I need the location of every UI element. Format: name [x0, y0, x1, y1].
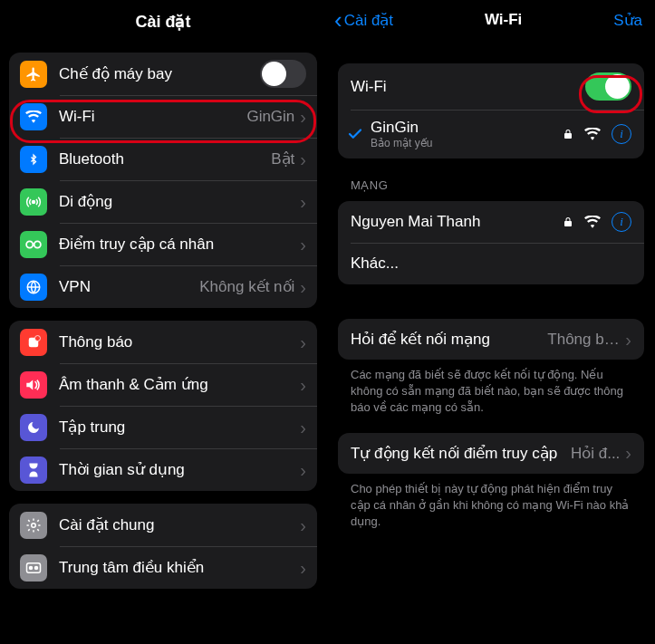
settings-group: Cài đặt chung›Trung tâm điều khiển› — [9, 504, 317, 589]
connected-network-row[interactable]: GinGin Bảo mật yếu i — [338, 110, 644, 159]
connected-network-name: GinGin — [371, 119, 563, 137]
wifi-icon — [584, 128, 601, 140]
row-label: Bluetooth — [59, 150, 271, 168]
wifi-icon — [584, 216, 601, 228]
settings-group: Thông báo›Âm thanh & Cảm ứng›Tập trung›T… — [9, 321, 317, 491]
svg-point-1 — [26, 241, 33, 247]
chevron-right-icon: › — [300, 418, 306, 437]
info-icon[interactable]: i — [612, 212, 631, 232]
other-network-row[interactable]: Khác... — [338, 243, 644, 284]
connected-network-security: Bảo mật yếu — [371, 137, 563, 149]
svg-point-8 — [30, 566, 33, 569]
ask-footer: Các mạng đã biết sẽ được kết nối tự động… — [351, 367, 631, 417]
chevron-right-icon: › — [300, 559, 306, 577]
chevron-right-icon: › — [300, 108, 306, 126]
wifi-icon — [20, 103, 47, 130]
row-label: Trung tâm điều khiển — [59, 558, 300, 577]
auto-value: Hỏi đ... — [571, 444, 620, 463]
networks-group: Nguyen Mai Thanh i Khác... — [338, 201, 644, 284]
toggle[interactable] — [260, 60, 306, 88]
lock-icon — [563, 216, 573, 228]
hotspot-icon — [20, 231, 47, 258]
settings-row-screentime[interactable]: Thời gian sử dụng› — [9, 448, 317, 491]
networks-header: MẠNG — [351, 178, 631, 192]
chevron-right-icon: › — [300, 376, 306, 394]
back-label: Cài đặt — [344, 11, 393, 30]
chevron-right-icon: › — [300, 516, 306, 534]
chevron-right-icon: › — [300, 461, 306, 479]
vpn-icon — [20, 274, 47, 301]
settings-row-hotspot[interactable]: Điểm truy cập cá nhân› — [9, 223, 317, 265]
svg-point-0 — [33, 200, 35, 203]
svg-point-5 — [35, 335, 41, 341]
network-row[interactable]: Nguyen Mai Thanh i — [338, 201, 644, 243]
chevron-right-icon: › — [300, 235, 306, 254]
row-label: Di động — [59, 192, 300, 211]
ask-group: Hỏi để kết nối mạng Thông báo › — [338, 319, 644, 360]
settings-row-notifications[interactable]: Thông báo› — [9, 321, 317, 363]
checkmark-icon — [343, 126, 367, 142]
ask-value: Thông báo — [547, 331, 620, 349]
chevron-right-icon: › — [300, 333, 306, 351]
chevron-right-icon: › — [300, 150, 306, 168]
chevron-right-icon: › — [300, 278, 306, 296]
settings-row-control[interactable]: Trung tâm điều khiển› — [9, 546, 317, 589]
ask-to-join-row[interactable]: Hỏi để kết nối mạng Thông báo › — [338, 319, 644, 360]
wifi-toggle-group: Wi-Fi GinGin Bảo mật yếu i — [338, 63, 644, 159]
chevron-right-icon: › — [625, 444, 631, 462]
page-title: Wi-Fi — [485, 11, 522, 29]
row-label: Âm thanh & Cảm ứng — [59, 375, 300, 394]
cellular-icon — [20, 188, 47, 216]
row-label: Wi-Fi — [59, 108, 246, 126]
row-value: Bật — [271, 149, 294, 168]
auto-group: Tự động kết nối điểm truy cập Hỏi đ... › — [338, 433, 644, 474]
row-label: Thông báo — [59, 333, 300, 351]
row-label: VPN — [59, 278, 199, 296]
settings-row-general[interactable]: Cài đặt chung› — [9, 504, 317, 546]
focus-icon — [20, 414, 47, 441]
lock-icon — [563, 128, 573, 140]
bluetooth-icon — [20, 146, 47, 173]
nav-bar: ‹ Cài đặt Wi-Fi Sửa — [327, 0, 655, 40]
chevron-right-icon: › — [625, 331, 631, 349]
chevron-right-icon: › — [300, 193, 306, 211]
settings-row-focus[interactable]: Tập trung› — [9, 406, 317, 448]
sounds-icon — [20, 371, 47, 399]
row-label: Cài đặt chung — [59, 515, 300, 534]
auto-hotspot-row[interactable]: Tự động kết nối điểm truy cập Hỏi đ... › — [338, 433, 644, 474]
settings-row-sounds[interactable]: Âm thanh & Cảm ứng› — [9, 363, 317, 406]
wifi-screen: ‹ Cài đặt Wi-Fi Sửa Wi-Fi GinGin Bảo mật… — [327, 0, 655, 644]
wifi-toggle-label: Wi-Fi — [351, 78, 585, 96]
screentime-icon — [20, 457, 47, 484]
other-label: Khác... — [351, 255, 631, 273]
auto-label: Tự động kết nối điểm truy cập — [351, 444, 571, 463]
settings-row-wifi[interactable]: Wi-FiGinGin› — [9, 95, 317, 138]
page-title: Cài đặt — [0, 0, 326, 43]
notifications-icon — [20, 329, 47, 356]
svg-point-6 — [32, 523, 36, 527]
row-label: Tập trung — [59, 418, 300, 437]
back-button[interactable]: ‹ Cài đặt — [334, 8, 393, 32]
general-icon — [20, 512, 47, 539]
control-icon — [20, 554, 47, 582]
svg-point-2 — [34, 241, 41, 247]
network-name: Nguyen Mai Thanh — [351, 213, 563, 231]
chevron-left-icon: ‹ — [334, 8, 342, 32]
row-label: Thời gian sử dụng — [59, 460, 300, 479]
row-label: Điểm truy cập cá nhân — [59, 235, 300, 254]
edit-button[interactable]: Sửa — [613, 11, 648, 30]
auto-footer: Cho phép thiết bị này tự động phát hiện … — [351, 481, 631, 531]
wifi-toggle-row: Wi-Fi — [338, 63, 644, 110]
settings-group: Chế độ máy bayWi-FiGinGin›BluetoothBật›D… — [9, 53, 317, 308]
airplane-icon — [20, 61, 47, 88]
settings-row-cellular[interactable]: Di động› — [9, 180, 317, 223]
settings-row-bluetooth[interactable]: BluetoothBật› — [9, 138, 317, 180]
row-value: Không kết nối — [199, 277, 294, 296]
row-value: GinGin — [246, 108, 294, 126]
ask-label: Hỏi để kết nối mạng — [351, 330, 547, 349]
info-icon[interactable]: i — [612, 124, 631, 144]
wifi-toggle[interactable] — [585, 72, 631, 101]
settings-row-airplane: Chế độ máy bay — [9, 53, 317, 95]
settings-row-vpn[interactable]: VPNKhông kết nối› — [9, 265, 317, 308]
settings-screen: Cài đặt Chế độ máy bayWi-FiGinGin›Blueto… — [0, 0, 327, 644]
